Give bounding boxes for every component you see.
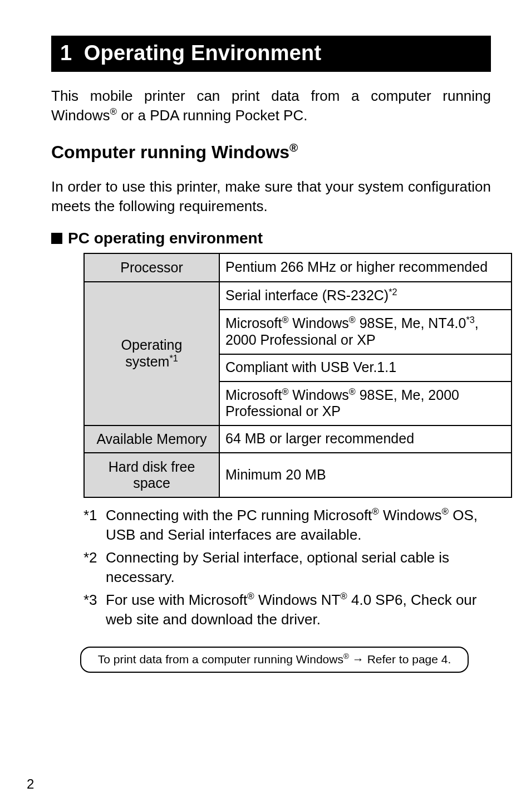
footnote-ref: *1 (169, 353, 178, 363)
table-row: Processor Pentium 266 MHz or higher reco… (84, 253, 512, 282)
registered-icon: ® (349, 315, 356, 325)
section-title-text: Computer running Windows (51, 142, 289, 162)
os-label-line1: Operating (121, 337, 183, 353)
fn-text: Windows (379, 507, 442, 524)
serial-text: Serial interface (RS-232C) (225, 287, 389, 303)
table-row: Available Memory 64 MB or larger recomme… (84, 425, 512, 453)
refer-note-box: To print data from a computer running Wi… (80, 647, 469, 673)
registered-icon: ® (442, 506, 449, 517)
footnote-key: *2 (83, 548, 106, 587)
chapter-number: 1 (60, 41, 72, 65)
hdd-label-line2: space (133, 475, 170, 491)
fn-text: For use with Microsoft (106, 591, 247, 608)
footnote-ref: *3 (466, 315, 474, 325)
os-text: 98SE, Me, NT4.0 (356, 316, 466, 331)
registered-icon: ® (247, 591, 254, 602)
chapter-heading: 1 Operating Environment (51, 36, 491, 72)
table-row: Operating system*1 Serial interface (RS-… (84, 282, 512, 310)
section-heading-computer-windows: Computer running Windows® (51, 141, 491, 163)
memory-label: Available Memory (84, 425, 219, 453)
os-usb-list: Microsoft® Windows® 98SE, Me, 2000 Profe… (219, 381, 512, 425)
os-text: Microsoft (225, 387, 282, 403)
memory-value: 64 MB or larger recommended (219, 425, 512, 453)
hdd-label-line1: Hard disk free (109, 459, 195, 475)
os-text: Windows (288, 387, 348, 403)
footnote-key: *1 (83, 506, 106, 545)
registered-icon: ® (340, 591, 347, 602)
processor-value: Pentium 266 MHz or higher recommended (219, 253, 512, 282)
os-label-line2: system (125, 354, 169, 370)
arrow-icon: → (349, 653, 367, 666)
section-body: In order to use this printer, make sure … (51, 177, 491, 216)
fn-text: Connecting with the PC running Microsoft (106, 507, 372, 524)
registered-icon: ® (289, 141, 298, 154)
hdd-label: Hard disk free space (84, 453, 219, 497)
registered-icon: ® (282, 387, 288, 397)
footnote-text: For use with Microsoft® Windows NT® 4.0 … (106, 590, 491, 629)
registered-icon: ® (343, 652, 349, 661)
square-bullet-icon (51, 233, 62, 244)
intro-text-2: or a PDA running Pocket PC. (117, 107, 308, 124)
footnote-3: *3 For use with Microsoft® Windows NT® 4… (83, 590, 491, 629)
operating-system-label: Operating system*1 (84, 282, 219, 425)
os-text: Microsoft (225, 316, 282, 331)
subhead-text: PC operating environment (68, 229, 263, 247)
pc-environment-subhead: PC operating environment (51, 229, 491, 247)
footnote-1: *1 Connecting with the PC running Micros… (83, 506, 491, 545)
serial-interface-value: Serial interface (RS-232C)*2 (219, 282, 512, 310)
hdd-value: Minimum 20 MB (219, 453, 512, 497)
registered-icon: ® (282, 315, 288, 325)
page-number: 2 (27, 776, 34, 792)
table-row: Hard disk free space Minimum 20 MB (84, 453, 512, 497)
registered-icon: ® (349, 387, 356, 397)
footnote-text: Connecting with the PC running Microsoft… (106, 506, 491, 545)
footnote-key: *3 (83, 590, 106, 629)
chapter-title: Operating Environment (84, 41, 321, 65)
os-text: Windows (288, 316, 348, 331)
os-serial-list: Microsoft® Windows® 98SE, Me, NT4.0*3, 2… (219, 310, 512, 354)
footnote-ref: *2 (389, 287, 397, 297)
processor-label: Processor (84, 253, 219, 282)
footnotes-block: *1 Connecting with the PC running Micros… (83, 506, 491, 630)
usb-compliance-value: Compliant with USB Ver.1.1 (219, 354, 512, 381)
registered-icon: ® (110, 106, 116, 117)
fn-text: Windows NT (254, 591, 341, 608)
footnote-2: *2 Connecting by Serial interface, optio… (83, 548, 491, 587)
environment-table: Processor Pentium 266 MHz or higher reco… (83, 253, 512, 498)
intro-paragraph: This mobile printer can print data from … (51, 86, 491, 125)
registered-icon: ® (372, 506, 378, 517)
note-ref: Refer to page 4. (367, 653, 451, 666)
note-text: To print data from a computer running Wi… (98, 653, 343, 666)
footnote-text: Connecting by Serial interface, optional… (106, 548, 491, 587)
